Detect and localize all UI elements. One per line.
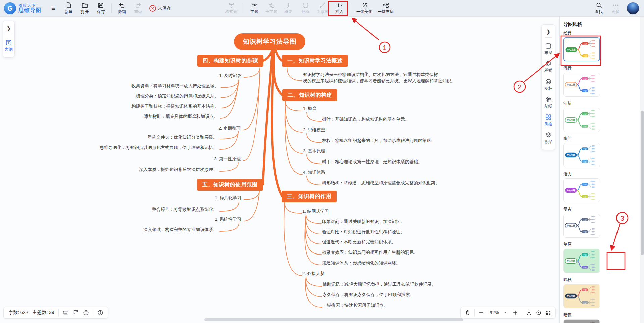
mindmap-node-branch[interactable]: 二、知识树的构建 xyxy=(282,89,337,101)
style-thumbnail[interactable]: 主题 主题 中心主题 xyxy=(563,178,600,202)
redo-button[interactable]: 重做 xyxy=(132,2,144,15)
find-button[interactable]: 查找 xyxy=(593,2,604,15)
auto-layout-button[interactable]: 一键布局 xyxy=(378,2,394,15)
mindmap-node-item[interactable]: 2. 定期整理 xyxy=(219,125,241,131)
rail-item-style[interactable]: 样式 xyxy=(542,58,555,76)
mindmap-node-leaf[interactable]: 收集资料：将学习材料统一放入待处理区域。 xyxy=(131,83,219,89)
style-thumbnail[interactable]: 主题 主题 中心主题 xyxy=(563,143,600,167)
outline-button[interactable]: 大纲 xyxy=(3,37,14,55)
zoom-out-icon[interactable] xyxy=(478,310,484,316)
mindmap-node-branch[interactable]: 三、知识树的作用 xyxy=(282,191,337,202)
rail-item-theme-style[interactable]: 风格 xyxy=(542,111,555,129)
summary-button[interactable]: 概要 xyxy=(283,2,294,15)
style-option-清新[interactable]: 清新 主题 主题 中心主题 xyxy=(563,101,600,132)
mindmap-node-desc[interactable]: 知识树学习法是一种将知识结构化、层次化的方法，它通过构建类似树 状的模型来组织和… xyxy=(303,71,455,84)
undo-button[interactable]: 撤销 xyxy=(116,2,128,15)
style-option-流行[interactable]: 流行 主题 主题 中心主题 xyxy=(563,65,600,97)
style-option-草原[interactable]: 草原 主题 主题 中心主题 xyxy=(563,242,600,273)
rail-item-layout[interactable]: 布局 xyxy=(542,40,555,58)
mindmap-node-leaf[interactable]: 树干：核心理论或第一性原理，是知识体系的基础。 xyxy=(322,159,422,165)
beautify-button[interactable]: 一键美化 xyxy=(356,2,372,15)
collapse-right-panel-icon[interactable]: ❯ xyxy=(546,27,551,37)
mindmap-node-branch[interactable]: 五、知识树的使用范围 xyxy=(197,179,263,191)
style-option-暗夜[interactable]: 暗夜 主题 主题 中心主题 xyxy=(563,312,600,323)
style-option-晚秋[interactable]: 晚秋 主题 主题 中心主题 xyxy=(563,277,600,308)
ruler-icon[interactable] xyxy=(73,310,79,316)
fullscreen-icon[interactable] xyxy=(545,310,551,316)
fit-screen-icon[interactable] xyxy=(526,310,532,316)
mindmap-node-leaf[interactable]: 辅助记忆：减轻大脑记忆负担，通过工具如笔记软件记录。 xyxy=(323,281,436,287)
info-icon[interactable] xyxy=(83,310,89,316)
subtopic-button[interactable]: 子主题 xyxy=(265,2,277,15)
mindmap-node-item[interactable]: 2. 系统性学习 xyxy=(215,216,241,222)
expand-left-panel-icon[interactable]: ❯ xyxy=(7,24,11,34)
mindmap-node-leaf[interactable]: 思维导图化：将知识点以图形化方式展现，便于理解和记忆。 xyxy=(100,145,217,151)
mindmap-node-leaf[interactable]: 核聚变效应：知识点间的相互作用产生新的洞见。 xyxy=(322,249,418,256)
mindmap-node-leaf[interactable]: 枝杈：将概念组织起来的工具，帮助形成解决问题的策略。 xyxy=(322,138,435,144)
panel-scrollbar-thumb[interactable] xyxy=(641,111,644,255)
new-button[interactable]: 新建 xyxy=(63,2,74,15)
style-option-经典[interactable]: 经典 主题 主题 中心主题 xyxy=(563,30,600,61)
mindmap-node-item[interactable]: 1. 碎片化学习 xyxy=(215,195,241,201)
mindmap-node-leaf[interactable]: 梳理分类：确定知识点的归属和层级关系。 xyxy=(136,93,219,99)
mindmap-node-leaf[interactable]: 深入领域：构建完整的专业知识体系。 xyxy=(143,227,217,233)
style-thumbnail[interactable]: 主题 主题 中心主题 xyxy=(563,249,600,273)
mindmap-node-leaf[interactable]: 一键搜索：快速检索所需知识点。 xyxy=(323,302,388,308)
mindmap-node-leaf[interactable]: 重构文件夹：优化知识分类和层级。 xyxy=(148,134,217,140)
mindmap-node-branch[interactable]: 四、构建知识树的步骤 xyxy=(197,55,263,67)
mindmap-node-item[interactable]: 1. 及时记录 xyxy=(219,73,241,79)
mindmap-node-leaf[interactable]: 整合碎片：将零散知识点系统化。 xyxy=(152,206,217,213)
mindmap-node-leaf[interactable]: 永久储存：将知识永久保存，便于回顾和搜索。 xyxy=(323,292,414,298)
mindmap-node-leaf[interactable]: 促进迭代：不断更新和完善知识体系。 xyxy=(322,239,396,245)
style-option-幽兰[interactable]: 幽兰 主题 主题 中心主题 xyxy=(563,136,600,167)
redo-label: 重做 xyxy=(134,9,142,15)
topic-button[interactable]: 主题 xyxy=(249,2,260,15)
center-view-icon[interactable] xyxy=(536,310,542,316)
user-avatar[interactable] xyxy=(627,2,639,15)
mindmap-node-item[interactable]: 1. 结网式学习 xyxy=(302,208,329,214)
mindmap-node-item[interactable]: 3. 基本原理 xyxy=(303,148,325,154)
help-icon[interactable] xyxy=(97,310,103,316)
style-thumbnail[interactable]: 主题 主题 中心主题 xyxy=(563,37,600,61)
style-thumbnail[interactable]: 主题 主题 中心主题 xyxy=(563,214,600,238)
zoom-in-icon[interactable] xyxy=(512,310,518,316)
mindmap-node-leaf[interactable]: 添加树叶：填充具体的概念和知识点。 xyxy=(144,113,218,120)
mindmap-node-leaf[interactable]: 深入本质：探究知识背后的深层次原理。 xyxy=(139,167,217,173)
more-button[interactable]: 更多 xyxy=(610,2,621,15)
rail-item-background[interactable]: 背景 xyxy=(542,129,555,147)
keyboard-shortcuts-icon[interactable] xyxy=(63,310,69,316)
format-brush-button[interactable]: 格式刷 xyxy=(225,2,237,15)
mindmap-node-branch[interactable]: 一、知识树学习法概述 xyxy=(282,55,348,67)
style-thumbnail[interactable]: 主题 主题 中心主题 xyxy=(563,108,600,132)
relation-line-button[interactable]: 关系线 xyxy=(316,2,328,15)
mindmap-node-root[interactable]: 知识树学习法导图 xyxy=(234,33,305,50)
zoom-dropdown-icon[interactable] xyxy=(504,311,508,315)
mindmap-node-leaf[interactable]: 印象深刻：通过关联新旧知识，加深记忆。 xyxy=(322,219,405,225)
rail-item-icons[interactable]: 图标 xyxy=(542,76,555,94)
insert-button[interactable]: 插入 xyxy=(334,2,345,15)
mindmap-node-item[interactable]: 1. 概念 xyxy=(303,106,316,112)
mindmap-node-item[interactable]: 4. 知识体系 xyxy=(303,169,325,175)
style-option-复古[interactable]: 复古 主题 主题 中心主题 xyxy=(563,206,600,238)
mindmap-node-leaf[interactable]: 验证对比：对知识进行批判性思考和验证。 xyxy=(322,229,405,235)
zoom-level[interactable]: 92% xyxy=(488,310,501,315)
style-thumbnail[interactable]: 主题 主题 中心主题 xyxy=(563,319,600,323)
menu-icon[interactable]: ≡ xyxy=(51,4,56,13)
mindmap-node-leaf[interactable]: 树形结构：将概念、思维模型和原理整合成完整的知识框架。 xyxy=(322,180,440,186)
style-thumbnail[interactable]: 主题 主题 中心主题 xyxy=(563,284,600,308)
style-option-活力[interactable]: 活力 主题 主题 中心主题 xyxy=(563,171,600,202)
mindmap-node-leaf[interactable]: 搭建知识体系：形成结构化的知识网络。 xyxy=(322,260,400,266)
mouse-mode-icon[interactable] xyxy=(465,310,471,316)
outer-frame-button[interactable]: 外框 xyxy=(300,2,311,15)
mindmap-node-item[interactable]: 3. 第一性原理 xyxy=(214,156,241,162)
panel-scrollbar[interactable] xyxy=(640,17,644,323)
rail-item-stickers[interactable]: 贴纸 xyxy=(542,94,555,111)
style-thumbnail[interactable]: 主题 主题 中心主题 xyxy=(563,73,600,97)
mindmap-node-item[interactable]: 2. 思维模型 xyxy=(303,127,325,133)
mindmap-node-leaf[interactable]: 树叶：基础知识点，构成知识树的基本单元。 xyxy=(322,116,409,122)
mindmap-node-item[interactable]: 2. 外接大脑 xyxy=(302,271,324,277)
canvas-horizontal-scrollbar[interactable] xyxy=(204,318,463,321)
mindmap-node-leaf[interactable]: 构建树干和枝杈：搭建知识体系的基本结构。 xyxy=(131,103,219,109)
save-button[interactable]: 保存 xyxy=(95,2,107,15)
open-button[interactable]: 打开 xyxy=(79,2,91,15)
